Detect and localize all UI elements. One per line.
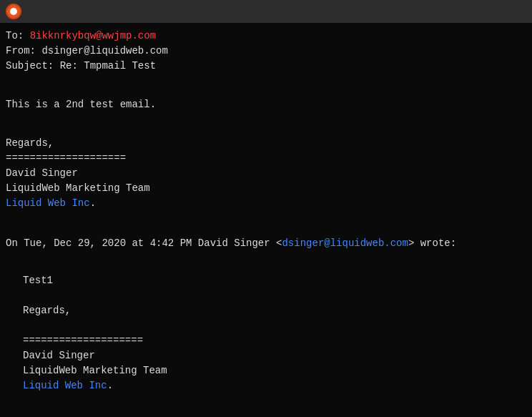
blank-line-6 xyxy=(23,318,526,333)
liquid-web-line: Liquid Web Inc. xyxy=(6,196,526,211)
liquid-web-link[interactable]: Liquid Web Inc xyxy=(6,197,90,209)
from-address: dsinger@liquidweb.com xyxy=(41,45,167,57)
quoted-header-suffix: > wrote: xyxy=(408,237,456,249)
liquid-web-dot: . xyxy=(90,197,96,209)
quoted-email-link[interactable]: dsinger@liquidweb.com xyxy=(282,237,408,249)
email-to-line: To: 8ikknrkybqw@wwjmp.com xyxy=(6,29,526,44)
quoted-body-line: Test1 xyxy=(23,273,526,288)
blank-line-1 xyxy=(6,74,526,89)
blank-line-5 xyxy=(23,288,526,303)
blank-line-4 xyxy=(6,251,526,266)
quoted-signer-name: David Singer xyxy=(23,348,526,363)
divider-line: ==================== xyxy=(6,151,526,166)
email-content: To: 8ikknrkybqw@wwjmp.com From: dsinger@… xyxy=(0,23,532,399)
signer-org: LiquidWeb Marketing Team xyxy=(6,181,526,196)
subject-label: Subject: xyxy=(6,60,54,72)
signer-name: David Singer xyxy=(6,166,526,181)
ubuntu-logo-icon xyxy=(6,4,21,19)
email-from-line: From: dsinger@liquidweb.com xyxy=(6,44,526,59)
quoted-liquid-web-dot: . xyxy=(107,380,113,391)
regards-line: Regards, xyxy=(6,136,526,151)
quoted-divider-line: ==================== xyxy=(23,333,526,348)
quoted-header-prefix: On Tue, Dec 29, 2020 at 4:42 PM David Si… xyxy=(6,237,282,249)
blank-line-2 xyxy=(6,112,526,127)
email-body-line1: This is a 2nd test email. xyxy=(6,97,526,112)
email-subject-line: Subject: Re: Tmpmail Test xyxy=(6,59,526,74)
quoted-header-line: On Tue, Dec 29, 2020 at 4:42 PM David Si… xyxy=(6,236,526,251)
to-label: To: xyxy=(6,30,24,41)
from-label: From: xyxy=(6,45,36,57)
quoted-liquid-web-link[interactable]: Liquid Web Inc xyxy=(23,380,107,391)
quoted-liquid-web-line: Liquid Web Inc. xyxy=(23,378,526,393)
subject-text: Re: Tmpmail Test xyxy=(60,60,156,72)
title-bar xyxy=(0,0,532,23)
quoted-section: Test1 Regards, ==================== Davi… xyxy=(6,273,526,393)
quoted-regards-line: Regards, xyxy=(23,303,526,318)
quoted-signer-org: LiquidWeb Marketing Team xyxy=(23,363,526,378)
to-address: 8ikknrkybqw@wwjmp.com xyxy=(30,30,156,41)
blank-line-3 xyxy=(6,211,526,226)
